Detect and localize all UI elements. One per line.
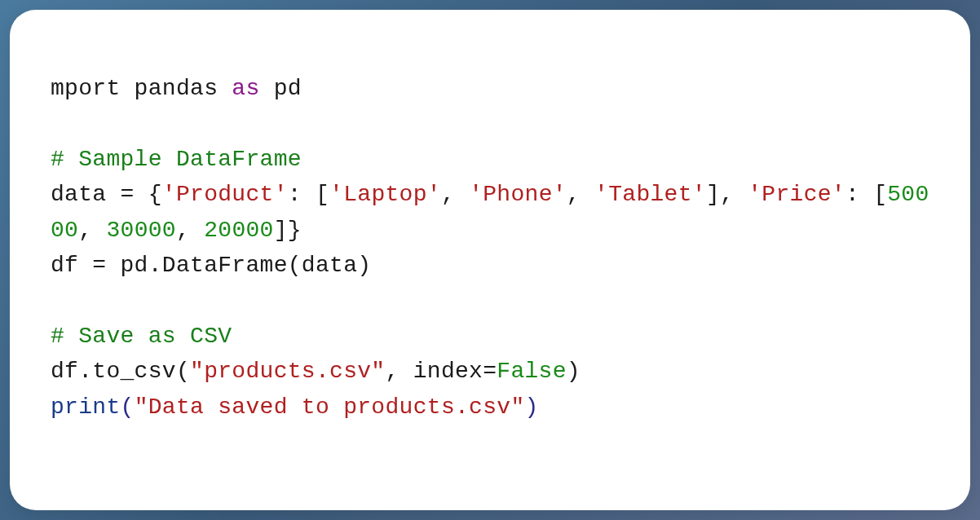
keyword-as: as <box>232 76 259 101</box>
code-func: print <box>51 394 121 420</box>
code-block: mport pandas as pd # Sample DataFrame da… <box>51 71 929 425</box>
code-number: 30000 <box>106 218 176 243</box>
code-card: mport pandas as pd # Sample DataFrame da… <box>10 10 970 510</box>
code-token: , index= <box>385 359 497 384</box>
code-string: "Data saved to products.csv" <box>135 394 525 420</box>
code-comment: # Sample DataFrame <box>51 147 302 172</box>
code-token: , <box>176 218 204 243</box>
code-token: data = { <box>51 182 162 207</box>
code-token: : [ <box>288 182 329 207</box>
code-string: 'Laptop' <box>329 182 441 207</box>
code-number: 20000 <box>204 218 274 243</box>
code-token: df.to_csv( <box>51 359 190 384</box>
code-token: df = pd.DataFrame(data) <box>51 253 371 278</box>
code-token: , <box>78 218 106 243</box>
code-token: , <box>567 182 594 207</box>
code-paren: ) <box>525 394 539 420</box>
code-token: ]} <box>274 218 302 243</box>
code-string: 'Product' <box>162 182 288 207</box>
code-token: mport pandas <box>51 76 232 101</box>
code-string: 'Tablet' <box>594 182 706 207</box>
code-string: 'Price' <box>748 182 845 207</box>
code-token: pd <box>260 76 302 101</box>
code-token: , <box>441 182 469 207</box>
code-string: 'Phone' <box>469 182 567 207</box>
code-paren: ( <box>121 394 135 420</box>
code-token: ], <box>706 182 748 207</box>
code-string: "products.csv" <box>190 359 385 384</box>
code-token: : [ <box>845 182 887 207</box>
code-bool: False <box>497 359 567 384</box>
code-token: ) <box>567 359 580 384</box>
code-comment: # Save as CSV <box>51 324 232 349</box>
